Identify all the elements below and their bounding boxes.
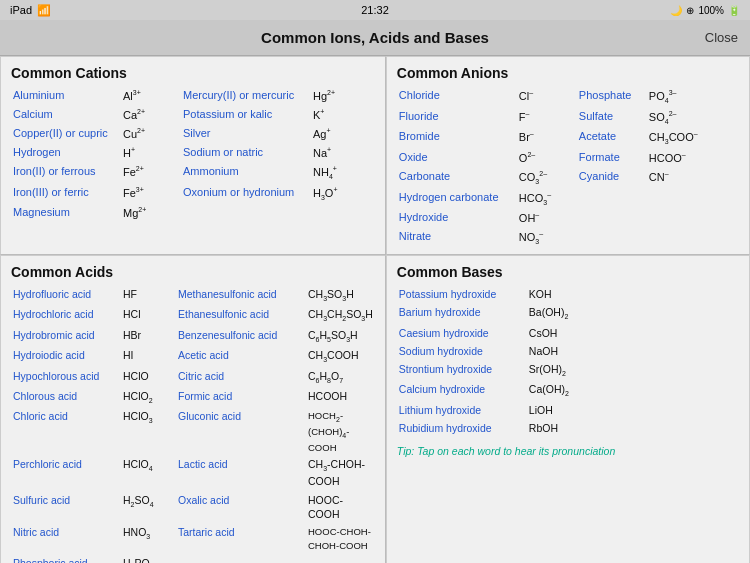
- list-item: HCOO–: [647, 149, 707, 167]
- list-item: K+: [311, 106, 371, 124]
- list-item[interactable]: Nitrate: [397, 228, 517, 248]
- list-item[interactable]: Copper(II) or cupric: [11, 125, 121, 143]
- list-item: [181, 204, 311, 222]
- list-item: Al3+: [121, 87, 181, 105]
- list-item[interactable]: Benzenesulfonic acid: [176, 327, 306, 346]
- list-item: HOOC-COOH: [306, 492, 375, 523]
- bases-title: Common Bases: [397, 264, 739, 280]
- list-item: HF: [121, 286, 176, 305]
- list-item: HBr: [121, 327, 176, 346]
- list-item[interactable]: Sodium hydroxide: [397, 343, 527, 360]
- list-item: [577, 209, 647, 227]
- list-item[interactable]: Acetic acid: [176, 347, 306, 366]
- list-item: Ba(OH)2: [527, 304, 739, 323]
- list-item[interactable]: Potassium hydroxide: [397, 286, 527, 303]
- close-button[interactable]: Close: [705, 30, 738, 45]
- list-item[interactable]: Chlorous acid: [11, 388, 121, 407]
- list-item[interactable]: Calcium hydroxide: [397, 381, 527, 400]
- list-item: HClO3: [121, 408, 176, 455]
- list-item[interactable]: Iron(III) or ferric: [11, 184, 121, 204]
- list-item: HNO3: [121, 524, 176, 553]
- list-item[interactable]: Silver: [181, 125, 311, 143]
- list-item[interactable]: Cyanide: [577, 168, 647, 188]
- list-item[interactable]: Citric acid: [176, 368, 306, 387]
- list-item[interactable]: Sodium or natric: [181, 144, 311, 162]
- list-item: CN–: [647, 168, 707, 188]
- list-item: CH3SO3H: [306, 286, 375, 305]
- list-item[interactable]: Lithium hydroxide: [397, 402, 527, 419]
- list-item: HCl: [121, 306, 176, 325]
- list-item: HI: [121, 347, 176, 366]
- list-item[interactable]: Magnesium: [11, 204, 121, 222]
- list-item: HCO3–: [517, 189, 577, 209]
- list-item[interactable]: Formic acid: [176, 388, 306, 407]
- moon-icon: 🌙: [670, 5, 682, 16]
- list-item[interactable]: Hydroxide: [397, 209, 517, 227]
- list-item[interactable]: Phosphoric acid: [11, 555, 121, 564]
- list-item[interactable]: Hydrogen: [11, 144, 121, 162]
- list-item[interactable]: Aluminium: [11, 87, 121, 105]
- list-item[interactable]: Chloride: [397, 87, 517, 107]
- list-item: Sr(OH)2: [527, 361, 739, 380]
- list-item[interactable]: Formate: [577, 149, 647, 167]
- list-item: LiOH: [527, 402, 739, 419]
- battery-label: 100%: [698, 5, 724, 16]
- main-content: Common Cations Aluminium Al3+ Mercury(II…: [0, 56, 750, 563]
- list-item: [647, 228, 707, 248]
- list-item: Ca(OH)2: [527, 381, 739, 400]
- anions-title: Common Anions: [397, 65, 739, 81]
- list-item[interactable]: Oxide: [397, 149, 517, 167]
- list-item[interactable]: Hydrobromic acid: [11, 327, 121, 346]
- list-item[interactable]: Methanesulfonic acid: [176, 286, 306, 305]
- list-item[interactable]: Sulfate: [577, 108, 647, 128]
- list-item[interactable]: Hydrogen carbonate: [397, 189, 517, 209]
- battery-icon: 🔋: [728, 5, 740, 16]
- list-item[interactable]: Oxonium or hydronium: [181, 184, 311, 204]
- list-item: [577, 228, 647, 248]
- list-item[interactable]: Tartaric acid: [176, 524, 306, 553]
- list-item: O2–: [517, 149, 577, 167]
- list-item[interactable]: Calcium: [11, 106, 121, 124]
- list-item[interactable]: Nitric acid: [11, 524, 121, 553]
- list-item: [647, 209, 707, 227]
- list-item: HOOC-CHOH-CHOH-COOH: [306, 524, 375, 553]
- list-item[interactable]: Potassium or kalic: [181, 106, 311, 124]
- list-item: Br–: [517, 128, 577, 148]
- list-item[interactable]: Bromide: [397, 128, 517, 148]
- status-left: iPad 📶: [10, 4, 51, 17]
- list-item[interactable]: Caesium hydroxide: [397, 325, 527, 342]
- list-item[interactable]: Hydrochloric acid: [11, 306, 121, 325]
- list-item[interactable]: Phosphate: [577, 87, 647, 107]
- list-item: C6H8O7: [306, 368, 375, 387]
- anions-section: Common Anions Chloride Cl– Phosphate PO4…: [386, 56, 750, 255]
- list-item[interactable]: Gluconic acid: [176, 408, 306, 455]
- list-item[interactable]: Hypochlorous acid: [11, 368, 121, 387]
- list-item[interactable]: Perchloric acid: [11, 456, 121, 490]
- list-item: Ag+: [311, 125, 371, 143]
- list-item[interactable]: Lactic acid: [176, 456, 306, 490]
- list-item[interactable]: Ammonium: [181, 163, 311, 183]
- list-item[interactable]: Ethanesulfonic acid: [176, 306, 306, 325]
- list-item: F–: [517, 108, 577, 128]
- list-item: CH3COO–: [647, 128, 707, 148]
- list-item[interactable]: Hydroiodic acid: [11, 347, 121, 366]
- list-item[interactable]: Acetate: [577, 128, 647, 148]
- list-item: [311, 204, 371, 222]
- list-item: PO43–: [647, 87, 707, 107]
- list-item[interactable]: Oxalic acid: [176, 492, 306, 523]
- acids-section: Common Acids Hydrofluoric acid HF Methan…: [0, 255, 386, 563]
- list-item[interactable]: Mercury(II) or mercuric: [181, 87, 311, 105]
- list-item[interactable]: Barium hydroxide: [397, 304, 527, 323]
- list-item[interactable]: Strontium hydroxide: [397, 361, 527, 380]
- list-item: H3O+: [311, 184, 371, 204]
- list-item[interactable]: Fluoride: [397, 108, 517, 128]
- list-item: CH3-CHOH-COOH: [306, 456, 375, 490]
- list-item[interactable]: Rubidium hydroxide: [397, 420, 527, 437]
- list-item[interactable]: Carbonate: [397, 168, 517, 188]
- list-item[interactable]: Sulfuric acid: [11, 492, 121, 523]
- list-item[interactable]: Chloric acid: [11, 408, 121, 455]
- list-item: H+: [121, 144, 181, 162]
- list-item[interactable]: Iron(II) or ferrous: [11, 163, 121, 183]
- list-item[interactable]: Hydrofluoric acid: [11, 286, 121, 305]
- list-item: Na+: [311, 144, 371, 162]
